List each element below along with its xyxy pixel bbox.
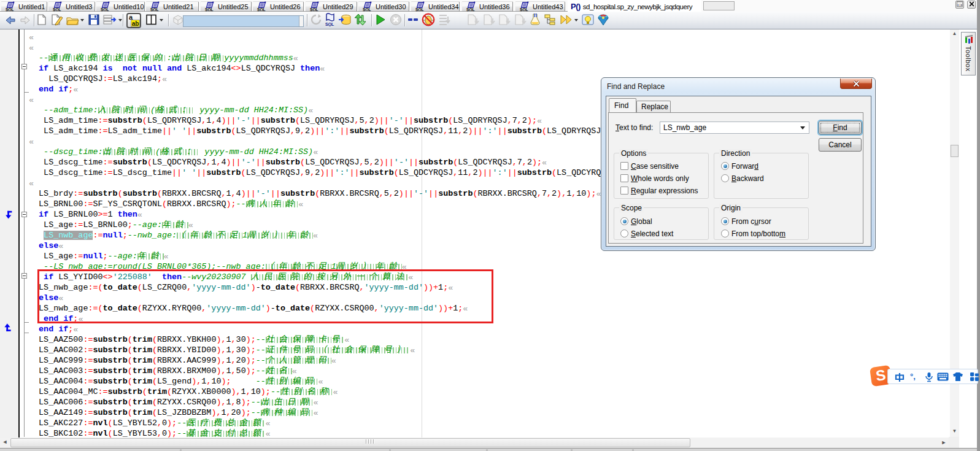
svg-text:SQL: SQL <box>325 22 334 26</box>
